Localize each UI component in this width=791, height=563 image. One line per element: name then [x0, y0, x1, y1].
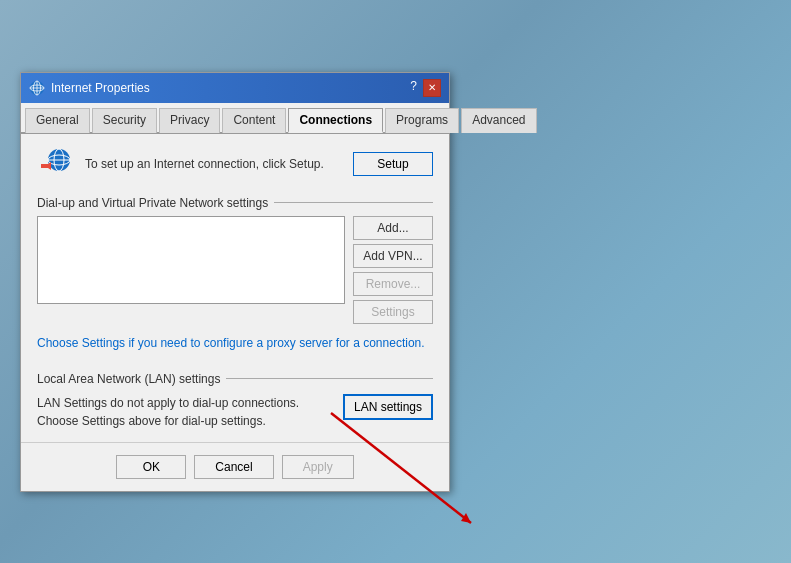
- lan-row: LAN Settings do not apply to dial-up con…: [37, 394, 433, 430]
- add-button[interactable]: Add...: [353, 216, 433, 240]
- title-bar: Internet Properties ? ✕: [21, 73, 449, 103]
- ie-icon: [29, 80, 45, 96]
- dialup-buttons: Add... Add VPN... Remove... Settings: [353, 216, 433, 324]
- dialup-list[interactable]: [37, 216, 345, 304]
- settings-button[interactable]: Settings: [353, 300, 433, 324]
- content-area: To set up an Internet connection, click …: [21, 134, 449, 442]
- tab-programs[interactable]: Programs: [385, 108, 459, 133]
- proxy-text: Choose Settings if you need to configure…: [37, 334, 433, 352]
- tab-general[interactable]: General: [25, 108, 90, 133]
- setup-row: To set up an Internet connection, click …: [37, 146, 433, 182]
- lan-section-label: Local Area Network (LAN) settings: [37, 372, 220, 386]
- close-button[interactable]: ✕: [423, 79, 441, 97]
- svg-marker-12: [461, 513, 471, 523]
- tab-bar: General Security Privacy Content Connect…: [21, 103, 449, 134]
- title-bar-left: Internet Properties: [29, 80, 150, 96]
- tab-content[interactable]: Content: [222, 108, 286, 133]
- lan-text: LAN Settings do not apply to dial-up con…: [37, 394, 333, 430]
- dialup-section-header: Dial-up and Virtual Private Network sett…: [37, 196, 433, 210]
- add-vpn-button[interactable]: Add VPN...: [353, 244, 433, 268]
- lan-section: Local Area Network (LAN) settings LAN Se…: [37, 372, 433, 430]
- help-label[interactable]: ?: [410, 79, 417, 97]
- svg-rect-10: [41, 164, 51, 168]
- dialup-area: Add... Add VPN... Remove... Settings: [37, 216, 433, 324]
- ok-button[interactable]: OK: [116, 455, 186, 479]
- lan-settings-button[interactable]: LAN settings: [343, 394, 433, 420]
- tab-advanced[interactable]: Advanced: [461, 108, 536, 133]
- dialog-title: Internet Properties: [51, 81, 150, 95]
- proxy-text-content: Choose Settings if you need to configure…: [37, 336, 425, 350]
- tab-connections[interactable]: Connections: [288, 108, 383, 133]
- remove-button[interactable]: Remove...: [353, 272, 433, 296]
- tab-security[interactable]: Security: [92, 108, 157, 133]
- internet-properties-dialog: Internet Properties ? ✕ General Security…: [20, 72, 450, 492]
- dialup-section-label: Dial-up and Virtual Private Network sett…: [37, 196, 268, 210]
- apply-button[interactable]: Apply: [282, 455, 354, 479]
- setup-text: To set up an Internet connection, click …: [85, 157, 341, 171]
- setup-button[interactable]: Setup: [353, 152, 433, 176]
- tab-privacy[interactable]: Privacy: [159, 108, 220, 133]
- lan-section-header: Local Area Network (LAN) settings: [37, 372, 433, 386]
- title-bar-controls: ? ✕: [410, 79, 441, 97]
- cancel-button[interactable]: Cancel: [194, 455, 273, 479]
- bottom-bar: OK Cancel Apply: [21, 442, 449, 491]
- globe-icon: [37, 146, 73, 182]
